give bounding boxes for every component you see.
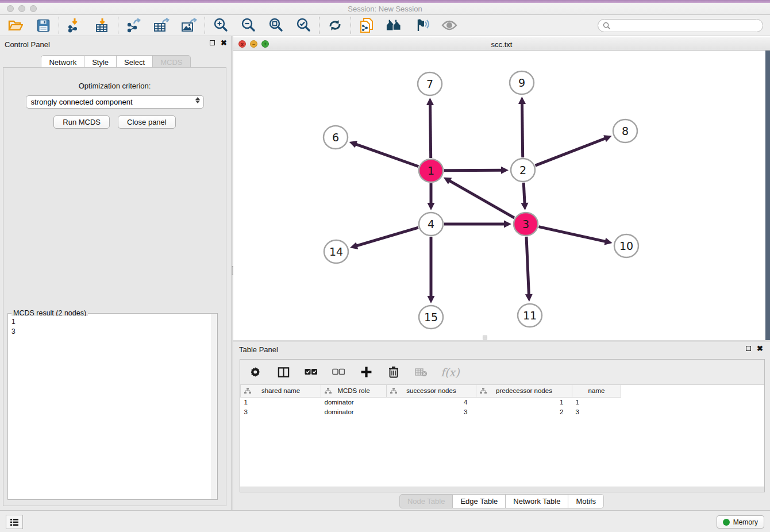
cell-predecessor-nodes[interactable]: 1: [476, 397, 572, 407]
network-view-window: x – + scc.txt 1234678910111415: [233, 36, 770, 340]
column-layout-icon: [278, 367, 290, 378]
memory-status-icon: [723, 519, 730, 526]
float-panel-icon[interactable]: [210, 40, 215, 45]
clone-network-button[interactable]: [359, 17, 375, 33]
mcds-result-line: 3: [11, 327, 208, 337]
zoom-fit-button[interactable]: [268, 17, 284, 33]
graph-edge-2-3[interactable]: [523, 183, 525, 204]
deselect-all-button[interactable]: [330, 364, 346, 380]
clone-network-icon: [359, 17, 374, 33]
cyndex-home-button[interactable]: [386, 17, 402, 33]
select-all-icon: [305, 368, 317, 376]
add-column-icon: [360, 366, 372, 378]
refresh-button[interactable]: [327, 17, 343, 33]
open-folder-button[interactable]: [7, 17, 24, 33]
select-all-button[interactable]: [303, 364, 319, 380]
graph-edge-arrowhead: [521, 203, 528, 210]
task-history-button[interactable]: [6, 515, 23, 529]
result-scrollbar[interactable]: [211, 314, 217, 499]
table-horizontal-scrollbar[interactable]: [240, 487, 764, 492]
cell-mcds-role[interactable]: dominator: [321, 397, 387, 407]
close-table-panel-icon[interactable]: ✖: [757, 346, 763, 351]
tab-network-table[interactable]: Network Table: [506, 494, 568, 508]
column-header-mcds-role[interactable]: MCDS role: [321, 385, 387, 397]
function-builder-button[interactable]: f(x): [441, 366, 460, 379]
graph-edge-4-14[interactable]: [356, 228, 418, 246]
table-toolbar: f(x): [240, 360, 764, 385]
close-panel-button[interactable]: Close panel: [118, 115, 176, 129]
zoom-out-button[interactable]: [240, 17, 256, 33]
show-hide-button[interactable]: [441, 17, 457, 33]
run-mcds-button[interactable]: Run MCDS: [53, 115, 110, 129]
cell-predecessor-nodes[interactable]: 2: [476, 407, 572, 417]
graph-node-label: 3: [522, 218, 529, 230]
tab-edge-table[interactable]: Edge Table: [453, 494, 506, 508]
network-window-title: scc.txt: [233, 40, 770, 49]
search-input[interactable]: [613, 21, 763, 31]
table-row[interactable]: 1 dominator 4 1 1: [241, 397, 621, 407]
tab-node-table[interactable]: Node Table: [399, 494, 453, 508]
graph-edge-3-1[interactable]: [449, 180, 514, 218]
close-panel-icon[interactable]: ✖: [221, 40, 227, 45]
column-layout-button[interactable]: [275, 364, 291, 380]
zoom-in-button[interactable]: [213, 17, 229, 33]
status-bar: Memory: [0, 510, 770, 532]
optimization-criterion-select[interactable]: strongly connected component: [26, 95, 204, 109]
cell-shared-name[interactable]: 1: [241, 397, 321, 407]
graph-node-label: 2: [519, 164, 526, 176]
export-table-button[interactable]: [153, 17, 170, 33]
save-icon: [37, 19, 50, 32]
column-header-name[interactable]: name: [572, 385, 621, 397]
import-network-button[interactable]: [67, 17, 83, 33]
table-row[interactable]: 3 dominator 3 2 3: [241, 407, 621, 417]
cell-name[interactable]: 3: [572, 407, 621, 417]
import-table-button[interactable]: [94, 17, 110, 33]
zoom-selected-button[interactable]: [295, 17, 311, 33]
memory-button[interactable]: Memory: [717, 515, 764, 529]
graph-edge-1-7[interactable]: [430, 104, 430, 158]
cell-successor-nodes[interactable]: 3: [387, 407, 476, 417]
graph-edge-3-11[interactable]: [526, 237, 529, 295]
mcds-result-box[interactable]: 1 3: [9, 316, 210, 498]
search-box[interactable]: [598, 19, 763, 32]
export-table-icon: [153, 18, 170, 33]
cell-shared-name[interactable]: 3: [241, 407, 321, 417]
mcds-result-line: 1: [11, 317, 208, 327]
cell-successor-nodes[interactable]: 4: [387, 397, 476, 407]
cell-name[interactable]: 1: [572, 397, 621, 407]
zoom-selected-icon: [296, 18, 311, 33]
export-network-button[interactable]: [126, 17, 142, 33]
export-image-button[interactable]: [181, 17, 197, 33]
graph-node-label: 11: [523, 309, 537, 322]
column-header-predecessor-nodes[interactable]: predecessor nodes: [476, 385, 572, 397]
graph-edge-3-10[interactable]: [538, 227, 606, 242]
column-header-shared-name[interactable]: shared name: [241, 385, 321, 397]
network-graph[interactable]: 1234678910111415: [233, 51, 765, 340]
graph-node-label: 1: [428, 164, 434, 177]
table-settings-button[interactable]: [248, 364, 264, 380]
column-header-successor-nodes[interactable]: successor nodes: [387, 385, 476, 397]
graph-edge-arrowhead: [518, 97, 526, 104]
canvas-scroll-grip[interactable]: [483, 336, 487, 340]
search-icon: [603, 22, 610, 29]
select-stepper-icon: [195, 97, 200, 103]
graph-edge-arrowhead: [525, 294, 533, 302]
graph-edge-2-9[interactable]: [522, 103, 522, 157]
graph-edge-2-8[interactable]: [535, 138, 606, 165]
graph-edge-1-6[interactable]: [355, 144, 418, 167]
tab-motifs[interactable]: Motifs: [568, 494, 604, 508]
delete-table-button[interactable]: [413, 364, 429, 380]
graph-node-label: 15: [424, 311, 438, 323]
delete-column-button[interactable]: [386, 364, 402, 380]
graph-node-label: 7: [426, 78, 433, 90]
network-canvas[interactable]: 1234678910111415: [233, 51, 765, 340]
hide-graphics-button[interactable]: [414, 17, 430, 33]
memory-label: Memory: [733, 518, 758, 526]
add-column-button[interactable]: [358, 364, 374, 380]
save-session-button[interactable]: [35, 17, 51, 33]
graph-node-label: 14: [329, 245, 343, 258]
graph-edge-1-2[interactable]: [444, 170, 502, 171]
cell-mcds-role[interactable]: dominator: [321, 407, 387, 417]
float-table-panel-icon[interactable]: [746, 346, 751, 351]
main-toolbar: [0, 15, 770, 36]
